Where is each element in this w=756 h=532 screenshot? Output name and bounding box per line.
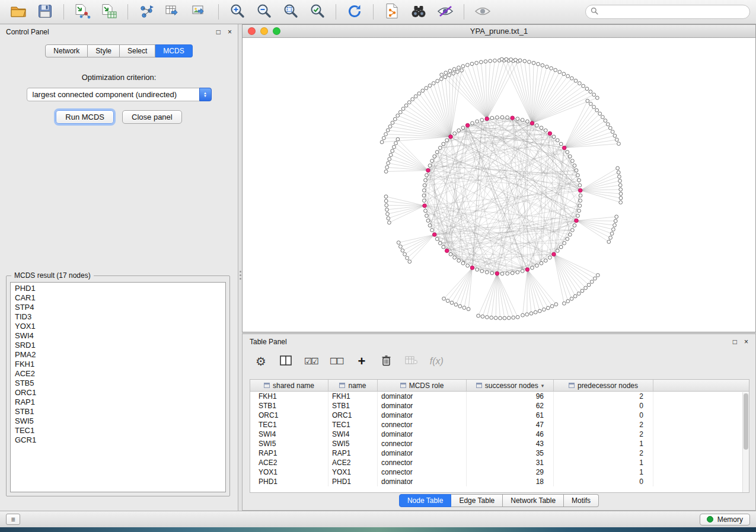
graph-node[interactable] xyxy=(614,219,617,223)
graph-node[interactable] xyxy=(566,300,570,303)
graph-node[interactable] xyxy=(380,140,384,144)
graph-node[interactable] xyxy=(456,70,460,73)
graph-hub-node[interactable] xyxy=(575,219,579,223)
float-panel-icon[interactable]: □ xyxy=(216,28,221,36)
graph-node[interactable] xyxy=(439,77,443,81)
graph-node[interactable] xyxy=(428,84,432,88)
export-table-button[interactable] xyxy=(161,2,186,22)
graph-node[interactable] xyxy=(563,302,566,305)
mcds-result-list[interactable]: PHD1CAR1STP4TID3YOX1SWI4SRD1PMA2FKH1ACE2… xyxy=(10,282,226,492)
create-column-button[interactable]: + xyxy=(355,354,368,369)
graph-node[interactable] xyxy=(475,61,479,65)
graph-node[interactable] xyxy=(484,60,487,63)
graph-node[interactable] xyxy=(382,136,385,140)
graph-node[interactable] xyxy=(481,315,484,318)
graph-node[interactable] xyxy=(596,274,599,277)
graph-node[interactable] xyxy=(496,116,499,119)
graph-node[interactable] xyxy=(490,316,493,319)
graph-hub-node[interactable] xyxy=(485,117,489,121)
table-row[interactable]: PHD1PHD1dominator180 xyxy=(250,477,749,486)
graph-node[interactable] xyxy=(552,135,556,139)
graph-node[interactable] xyxy=(558,70,562,74)
mcds-result-item[interactable]: STB5 xyxy=(11,379,225,388)
graph-node[interactable] xyxy=(457,66,461,69)
graph-node[interactable] xyxy=(384,170,388,174)
graph-node[interactable] xyxy=(507,316,511,320)
graph-node[interactable] xyxy=(568,233,572,236)
graph-node[interactable] xyxy=(606,123,610,126)
graph-hub-node[interactable] xyxy=(465,123,470,127)
graph-node[interactable] xyxy=(592,105,596,109)
graph-node[interactable] xyxy=(394,142,398,145)
graph-node[interactable] xyxy=(556,249,559,252)
table-row[interactable]: SWI5SWI5connector431 xyxy=(250,439,749,448)
graph-node[interactable] xyxy=(595,108,599,112)
function-builder-button[interactable]: f(x) xyxy=(430,354,444,369)
mcds-result-item[interactable]: YOX1 xyxy=(11,322,225,331)
network-canvas[interactable] xyxy=(243,38,755,332)
table-row[interactable]: ACE2ACE2connector311 xyxy=(250,458,749,467)
graph-node[interactable] xyxy=(444,75,447,79)
task-history-button[interactable]: ≡ xyxy=(6,514,20,525)
graph-node[interactable] xyxy=(570,297,573,300)
close-panel-icon[interactable]: × xyxy=(744,338,748,345)
tab-select[interactable]: Select xyxy=(120,44,155,57)
graph-node[interactable] xyxy=(556,139,559,142)
graph-node[interactable] xyxy=(578,178,581,182)
graph-node[interactable] xyxy=(586,99,589,102)
graph-node[interactable] xyxy=(538,309,541,313)
graph-node[interactable] xyxy=(521,313,525,317)
graph-node[interactable] xyxy=(393,145,396,149)
graph-node[interactable] xyxy=(461,65,465,68)
mcds-result-item[interactable]: SRD1 xyxy=(11,341,225,350)
graph-node[interactable] xyxy=(452,72,455,75)
graph-node[interactable] xyxy=(476,268,479,271)
graph-node[interactable] xyxy=(388,221,391,225)
window-minimize-icon[interactable] xyxy=(260,27,268,35)
graph-node[interactable] xyxy=(579,194,582,197)
close-panel-button[interactable]: Close panel xyxy=(122,110,182,124)
graph-node[interactable] xyxy=(425,86,428,90)
graph-node[interactable] xyxy=(401,249,404,252)
mcds-result-item[interactable]: TEC1 xyxy=(11,426,225,435)
graph-node[interactable] xyxy=(480,270,484,273)
graph-hub-node[interactable] xyxy=(525,268,529,272)
mcds-result-item[interactable]: PMA2 xyxy=(11,350,225,360)
table-row[interactable]: RAP1RAP1dominator352 xyxy=(250,448,749,458)
graph-node[interactable] xyxy=(540,126,543,130)
graph-node[interactable] xyxy=(531,266,534,270)
graph-node[interactable] xyxy=(580,289,584,293)
graph-node[interactable] xyxy=(601,116,605,119)
graph-node[interactable] xyxy=(545,65,548,69)
column-header-name[interactable]: name xyxy=(328,380,378,391)
graph-node[interactable] xyxy=(528,60,531,64)
graph-node[interactable] xyxy=(426,219,430,223)
graph-node[interactable] xyxy=(607,240,611,243)
graph-node[interactable] xyxy=(613,223,617,227)
tab-node-table[interactable]: Node Table xyxy=(399,494,452,507)
graph-node[interactable] xyxy=(570,76,574,80)
graph-node[interactable] xyxy=(512,316,515,319)
graph-node[interactable] xyxy=(438,242,442,245)
graph-node[interactable] xyxy=(384,199,388,203)
graph-node[interactable] xyxy=(516,117,519,121)
graph-node[interactable] xyxy=(401,107,405,111)
graph-node[interactable] xyxy=(613,134,617,137)
graph-node[interactable] xyxy=(397,241,400,245)
mcds-result-item[interactable]: SWI5 xyxy=(11,416,225,426)
graph-node[interactable] xyxy=(505,57,508,61)
graph-node[interactable] xyxy=(387,217,390,220)
graph-hub-node[interactable] xyxy=(445,249,449,253)
graph-node[interactable] xyxy=(516,271,519,274)
graph-node[interactable] xyxy=(408,260,412,264)
graph-node[interactable] xyxy=(385,208,389,211)
graph-node[interactable] xyxy=(477,314,480,318)
table-scrollbar[interactable] xyxy=(742,392,749,492)
graph-node[interactable] xyxy=(445,139,449,142)
graph-node[interactable] xyxy=(403,252,407,256)
graph-node[interactable] xyxy=(574,79,578,82)
graph-node[interactable] xyxy=(407,101,411,104)
graph-node[interactable] xyxy=(444,71,448,75)
graph-node[interactable] xyxy=(423,184,426,187)
graph-node[interactable] xyxy=(404,104,408,107)
